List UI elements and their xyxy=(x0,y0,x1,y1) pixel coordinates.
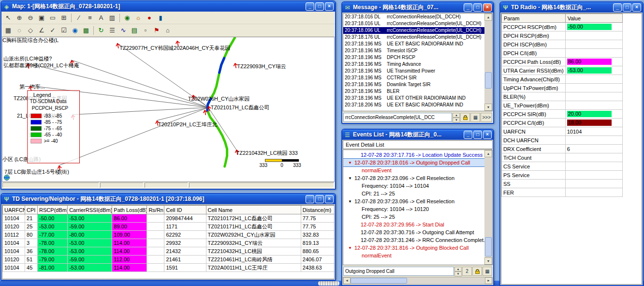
neighbor-row[interactable]: 1010421-50.00-53.0086.00209847444TZ02101… xyxy=(3,214,335,223)
edit-check-icon[interactable]: ✓ xyxy=(47,25,58,36)
column-header[interactable]: CPI xyxy=(25,206,38,214)
close-button[interactable]: × xyxy=(325,195,334,203)
map-svg[interactable]: C胸科医院综合办公楼(LTZ229077H_CY韩国城202A046H_CY天泰… xyxy=(2,37,334,181)
pan-icon[interactable]: ⊞ xyxy=(59,13,69,23)
message-row[interactable]: 20:37:18.196MSUE Transmitted Power xyxy=(343,68,484,75)
event-item[interactable]: ▼12-07-28 20:37:18.016 -> Outgoing Dropp… xyxy=(343,159,484,166)
flag-icon[interactable]: ⚑ xyxy=(151,25,162,36)
scroll-down-icon[interactable]: ▼ xyxy=(484,104,492,111)
events-filter-input[interactable] xyxy=(343,267,454,276)
tree-expand-icon[interactable]: ▼ xyxy=(348,176,353,181)
more-button[interactable]: >>> xyxy=(481,113,492,122)
message-filter-input[interactable] xyxy=(343,113,452,122)
events-titlebar[interactable]: ☰ Events List - 网格14数据正向_0... _ □ × xyxy=(342,130,493,140)
world-icon[interactable]: ◉ xyxy=(122,13,132,23)
column-header-param[interactable]: Param xyxy=(502,14,566,23)
event-item[interactable]: ▼12-07-28 20:37:31.816 -> Outgoing Block… xyxy=(343,244,484,252)
column-header[interactable]: CarrierRSSI(dBm) xyxy=(68,206,112,214)
close-button[interactable]: × xyxy=(483,131,492,139)
message-row[interactable]: 20:37:18.196MSUE EXT OTHER RADIOPARAM IN… xyxy=(343,95,484,102)
close-button[interactable]: × xyxy=(632,3,641,12)
tree-expand-icon[interactable]: ▼ xyxy=(348,246,353,250)
event-item[interactable]: normalEvent xyxy=(343,166,484,174)
column-header[interactable]: Path Loss(dB) xyxy=(112,206,147,214)
spin-down-icon[interactable]: ▼ xyxy=(454,271,462,276)
lock-button[interactable] xyxy=(460,113,470,122)
column-header[interactable]: RSCP(dBm) xyxy=(38,206,68,214)
column-header-value[interactable]: Value xyxy=(565,14,622,23)
list-icon[interactable]: ☰ xyxy=(107,25,117,36)
checkbox-icon[interactable]: ☑ xyxy=(59,25,69,36)
event-item[interactable]: normalEvent xyxy=(343,252,484,259)
radio-titlebar[interactable]: Ψ TD Radio - 网格14数据正向_... _ □ × xyxy=(500,2,643,13)
message-row[interactable]: 20:37:18.196MSDownlink Target SIR xyxy=(343,81,484,88)
event-item[interactable]: 12-07-28 20:37:31.246 -> RRC Connection … xyxy=(343,236,484,244)
neighbor-row[interactable]: 1012051-79.00-59.00112.0021461TZ2210461H… xyxy=(3,256,335,264)
maximize-button[interactable]: □ xyxy=(473,3,482,12)
neighbor-row[interactable]: 1011280-77.00-80.00109.0062292TZ02W0292H… xyxy=(3,231,335,239)
message-row[interactable]: 20:37:18.096ULrrcConnectionReleaseComple… xyxy=(343,27,484,34)
scroll-track[interactable] xyxy=(351,277,485,284)
message-titlebar[interactable]: ✉ Message - 网格14数据正向_07... _ □ × xyxy=(342,2,493,13)
message-row[interactable]: 20:37:18.016ULrrcConnectionReleaseComple… xyxy=(343,20,484,27)
label-tool-icon[interactable]: A xyxy=(96,13,106,23)
event-item[interactable]: CPI: 25 --> 25 xyxy=(343,213,484,221)
close-button[interactable]: × xyxy=(483,3,492,12)
select-rect-icon[interactable]: ▦ xyxy=(3,25,14,36)
map-canvas[interactable]: C胸科医院综合办公楼(LTZ229077H_CY韩国城202A046H_CY天泰… xyxy=(2,37,335,182)
events-vscrollbar[interactable]: ▲ ▼ xyxy=(484,150,492,265)
measure-angle-icon[interactable]: ∠ xyxy=(36,25,47,36)
legend-tool-icon[interactable]: ▫ xyxy=(140,25,151,36)
event-item[interactable]: ▼12-07-28 20:37:23.096 -> Cell Reselecti… xyxy=(343,174,484,182)
column-header[interactable]: Cell Name xyxy=(206,206,301,214)
scroll-right-icon[interactable]: ► xyxy=(485,277,492,284)
layers-green-icon[interactable]: ▤ xyxy=(129,25,140,36)
clipboard-icon[interactable]: ▥ xyxy=(107,13,117,23)
message-row[interactable]: 20:37:18.196MSTimeslot ISCP xyxy=(343,47,484,54)
maximize-button[interactable]: □ xyxy=(473,131,482,139)
minimize-button[interactable]: _ xyxy=(464,3,472,12)
tree-expand-icon[interactable]: ▼ xyxy=(348,161,353,165)
zoom-extent-icon[interactable]: ▭ xyxy=(47,13,58,23)
column-header[interactable]: UARFCN xyxy=(3,206,25,214)
message-row[interactable]: 20:37:18.016DLrrcConnectionRelease(DL_DC… xyxy=(343,14,484,20)
event-item[interactable]: Frequency: 10104 --> 10120 xyxy=(343,205,484,213)
minimize-button[interactable]: _ xyxy=(306,195,314,203)
spin-down-icon[interactable]: ▼ xyxy=(453,118,460,122)
message-row[interactable]: 20:37:18.176ULrrcConnectionReleaseComple… xyxy=(343,34,484,41)
scroll-thumb[interactable] xyxy=(351,278,407,284)
minimize-button[interactable]: _ xyxy=(464,131,472,139)
layers-icon[interactable]: ≡ xyxy=(85,13,95,23)
scroll-thumb[interactable] xyxy=(485,237,492,256)
event-item[interactable]: 12-07-28 20:37:29.956 -> Start Dial xyxy=(343,221,484,228)
event-item[interactable]: CPI: 21 --> 25 xyxy=(343,190,484,197)
grid-green-icon[interactable]: ▩ xyxy=(81,25,91,36)
message-row[interactable]: 20:37:18.196MSTiming Advance xyxy=(343,61,484,68)
column-header[interactable]: Rs/Rn xyxy=(147,206,164,214)
message-row[interactable]: 20:37:18.196MSUE EXT BASIC RADIOPARAM IN… xyxy=(343,41,484,47)
maximize-button[interactable]: □ xyxy=(315,195,324,203)
refresh-icon[interactable]: ↻ xyxy=(96,25,106,36)
maximize-button[interactable]: □ xyxy=(623,3,631,12)
message-row[interactable]: 20:37:18.196MSBLER xyxy=(343,88,484,95)
neighbor-row[interactable]: 101043-78.00-53.00114.0029932TZ2290932H1… xyxy=(3,239,335,247)
scroll-left-icon[interactable]: ◄ xyxy=(343,277,351,284)
minimize-button[interactable]: _ xyxy=(306,2,314,11)
measure-icon[interactable]: ∕ xyxy=(73,13,84,23)
event-item[interactable]: 12-07-28 20:37:30.716 -> Outgoing Call A… xyxy=(343,228,484,236)
tree-expand-icon[interactable]: ▼ xyxy=(348,199,353,204)
event-item[interactable]: ▼12-07-28 20:37:23.096 -> Cell Reselecti… xyxy=(343,197,484,205)
neighbor-row[interactable]: 1010445-81.00-53.00114.001591TZ02A0011H1… xyxy=(3,264,335,272)
scroll-up-icon[interactable]: ▲ xyxy=(484,14,492,21)
message-row[interactable]: 20:37:18.206MSUE EXT BASIC RADIOPARAM IN… xyxy=(343,102,484,108)
select-arrow-icon[interactable]: ↖ xyxy=(3,13,14,23)
scroll-down-icon[interactable]: ▼ xyxy=(484,257,492,265)
maximize-button[interactable]: □ xyxy=(315,2,324,11)
message-row[interactable]: 20:37:18.196MSCCTRCH SIR xyxy=(343,75,484,81)
event-item[interactable]: 12-07-28 20:37:17.716 -> Location Update… xyxy=(343,151,484,159)
select-polygon-icon[interactable]: ◇ xyxy=(25,25,36,36)
event-item[interactable]: Frequency: 10104 --> 10104 xyxy=(343,182,484,190)
zoom-window-icon[interactable]: ▣ xyxy=(36,13,47,23)
events-hscrollbar[interactable]: ◄ ► xyxy=(343,277,493,285)
scroll-up-icon[interactable]: ▲ xyxy=(484,150,492,157)
